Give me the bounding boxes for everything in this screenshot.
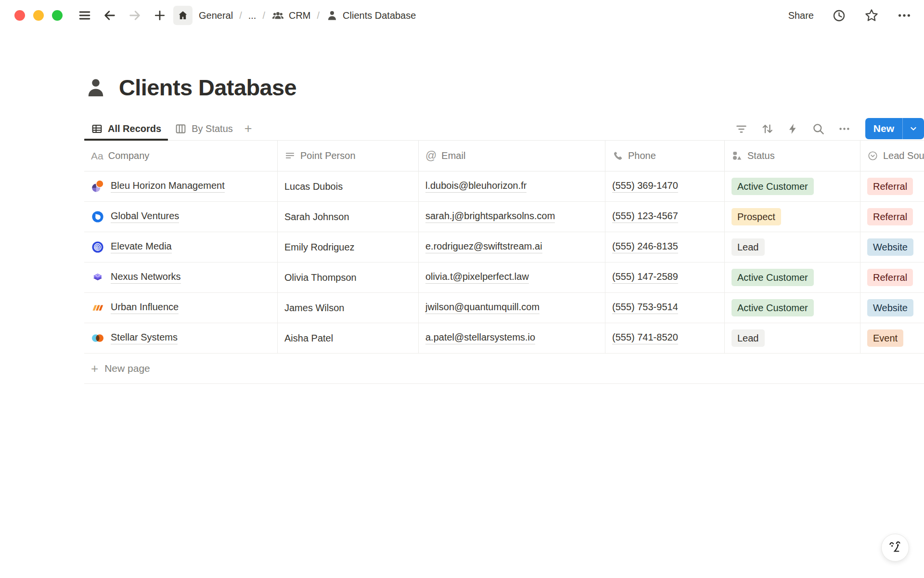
new-record-dropdown-icon[interactable] xyxy=(902,118,924,139)
column-header-phone[interactable]: Phone xyxy=(605,141,725,171)
email-cell[interactable]: jwilson@quantumquill.com xyxy=(419,293,605,323)
lead-source-cell[interactable]: Referral xyxy=(860,202,924,232)
page-title[interactable]: Clients Database xyxy=(119,74,296,101)
phone-cell[interactable]: (555) 753-9514 xyxy=(605,293,725,323)
phone-cell[interactable]: (555) 369-1470 xyxy=(605,171,725,202)
column-header-status[interactable]: Status xyxy=(725,141,860,171)
column-label: Email xyxy=(441,150,465,161)
breadcrumb-item-clients-database[interactable]: Clients Database xyxy=(326,9,416,22)
forward-icon[interactable] xyxy=(128,9,141,22)
breadcrumb-item-general[interactable]: General xyxy=(199,10,233,21)
automation-lightning-icon[interactable] xyxy=(787,123,799,135)
status-badge: Lead xyxy=(732,329,765,347)
phone-cell[interactable]: (555) 741-8520 xyxy=(605,323,725,354)
email-cell[interactable]: sarah.j@brightsparksolns.com xyxy=(419,202,605,232)
email-cell[interactable]: a.patel@stellarsystems.io xyxy=(419,323,605,354)
search-icon[interactable] xyxy=(812,122,825,135)
lead-source-cell[interactable]: Referral xyxy=(860,263,924,293)
point-person-cell[interactable]: Olivia Thompson xyxy=(278,263,419,293)
status-badge: Prospect xyxy=(732,208,781,225)
sidebar-menu-icon[interactable] xyxy=(78,9,91,22)
view-more-options-icon[interactable] xyxy=(838,122,851,135)
close-window-button[interactable] xyxy=(14,10,25,21)
phone-value: (555) 741-8520 xyxy=(612,332,678,344)
favorite-star-icon[interactable] xyxy=(864,8,879,23)
phone-cell[interactable]: (555) 147-2589 xyxy=(605,263,725,293)
column-label: Status xyxy=(747,150,775,161)
company-cell[interactable]: Stellar Systems xyxy=(84,323,278,354)
email-value: a.patel@stellarsystems.io xyxy=(425,332,535,344)
lead-source-cell[interactable]: Event xyxy=(860,323,924,354)
home-icon[interactable] xyxy=(173,6,192,25)
email-cell[interactable]: e.rodriguez@swiftstream.ai xyxy=(419,232,605,263)
add-view-button[interactable]: + xyxy=(240,121,257,136)
point-person-cell[interactable]: James Wilson xyxy=(278,293,419,323)
point-person-value: Emily Rodriguez xyxy=(284,242,355,253)
new-page-row[interactable]: + New page xyxy=(84,354,924,384)
sort-icon[interactable] xyxy=(761,122,774,135)
lead-source-cell[interactable]: Website xyxy=(860,232,924,263)
status-cell[interactable]: Lead xyxy=(725,323,860,354)
history-clock-icon[interactable] xyxy=(832,9,846,23)
table-row[interactable]: Urban Influence James Wilson jwilson@qua… xyxy=(84,293,924,323)
lead-source-badge: Referral xyxy=(867,208,913,225)
status-badge: Active Customer xyxy=(732,178,814,195)
table-row[interactable]: Bleu Horizon Management Lucas Dubois l.d… xyxy=(84,171,924,202)
back-icon[interactable] xyxy=(103,9,116,22)
tab-by-status[interactable]: By Status xyxy=(168,117,240,140)
tab-all-records[interactable]: All Records xyxy=(84,117,168,140)
lead-source-cell[interactable]: Website xyxy=(860,293,924,323)
phone-value: (555) 147-2589 xyxy=(612,271,678,284)
email-cell[interactable]: olivia.t@pixelperfect.law xyxy=(419,263,605,293)
company-cell[interactable]: Urban Influence xyxy=(84,293,278,323)
point-person-cell[interactable]: Aisha Patel xyxy=(278,323,419,354)
status-cell[interactable]: Lead xyxy=(725,232,860,263)
zoom-window-button[interactable] xyxy=(52,10,63,21)
column-label: Company xyxy=(108,150,150,161)
lead-source-badge: Website xyxy=(867,299,913,316)
point-person-cell[interactable]: Emily Rodriguez xyxy=(278,232,419,263)
status-cell[interactable]: Prospect xyxy=(725,202,860,232)
point-person-cell[interactable]: Sarah Johnson xyxy=(278,202,419,232)
column-header-company[interactable]: AaCompany xyxy=(84,141,278,171)
minimize-window-button[interactable] xyxy=(33,10,44,21)
breadcrumb-item-crm[interactable]: CRM xyxy=(271,9,311,22)
lead-source-badge: Event xyxy=(867,329,903,347)
company-cell[interactable]: Global Ventures xyxy=(84,202,278,232)
share-button[interactable]: Share xyxy=(788,10,814,21)
phone-value: (555) 753-9514 xyxy=(612,302,678,314)
status-badge: Lead xyxy=(732,238,765,256)
more-options-icon[interactable] xyxy=(897,8,911,23)
column-header-point-person[interactable]: Point Person xyxy=(278,141,419,171)
page-icon-person[interactable] xyxy=(84,76,107,99)
new-record-button[interactable]: New xyxy=(865,118,924,139)
status-cell[interactable]: Active Customer xyxy=(725,293,860,323)
company-cell[interactable]: Bleu Horizon Management xyxy=(84,171,278,202)
table-row[interactable]: Elevate Media Emily Rodriguez e.rodrigue… xyxy=(84,232,924,263)
column-header-email[interactable]: @Email xyxy=(419,141,605,171)
filter-icon[interactable] xyxy=(735,122,748,135)
point-person-cell[interactable]: Lucas Dubois xyxy=(278,171,419,202)
notion-ai-button[interactable] xyxy=(881,534,909,562)
company-cell[interactable]: Nexus Networks xyxy=(84,263,278,293)
breadcrumb: General / ... / CRM / Clients Database xyxy=(173,6,416,25)
text-property-icon xyxy=(284,150,295,161)
table-row[interactable]: Stellar Systems Aisha Patel a.patel@stel… xyxy=(84,323,924,354)
notion-window: General / ... / CRM / Clients Database S… xyxy=(0,0,924,578)
phone-value: (555) 246-8135 xyxy=(612,241,678,253)
new-tab-icon[interactable] xyxy=(153,9,167,22)
lead-source-cell[interactable]: Referral xyxy=(860,171,924,202)
email-cell[interactable]: l.dubois@bleuhorizon.fr xyxy=(419,171,605,202)
table-row[interactable]: Nexus Networks Olivia Thompson olivia.t@… xyxy=(84,263,924,293)
company-name: Bleu Horizon Management xyxy=(111,180,225,193)
column-header-lead-source[interactable]: Lead Source xyxy=(860,141,924,171)
status-badge: Active Customer xyxy=(732,299,814,316)
company-cell[interactable]: Elevate Media xyxy=(84,232,278,263)
table-body: Bleu Horizon Management Lucas Dubois l.d… xyxy=(84,171,924,354)
status-cell[interactable]: Active Customer xyxy=(725,171,860,202)
breadcrumb-item-collapsed[interactable]: ... xyxy=(248,10,257,21)
table-row[interactable]: Global Ventures Sarah Johnson sarah.j@br… xyxy=(84,202,924,232)
phone-cell[interactable]: (555) 123-4567 xyxy=(605,202,725,232)
status-cell[interactable]: Active Customer xyxy=(725,263,860,293)
phone-cell[interactable]: (555) 246-8135 xyxy=(605,232,725,263)
